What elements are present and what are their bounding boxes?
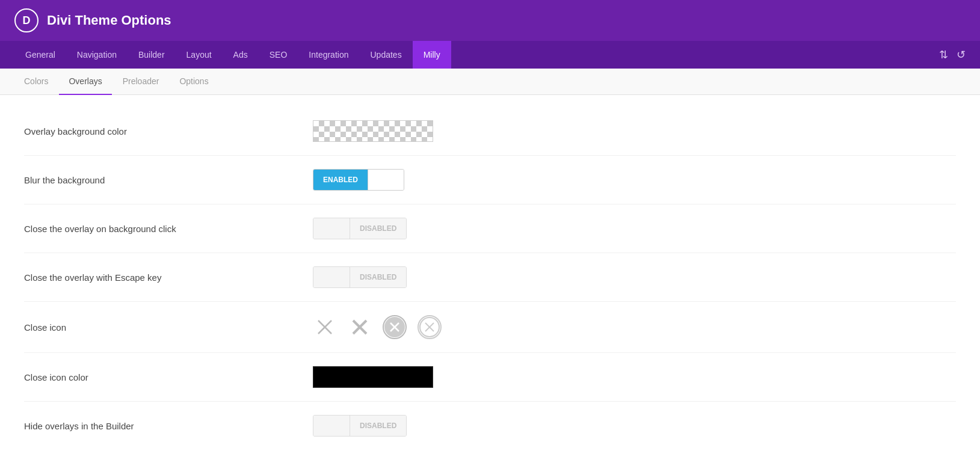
reset-button[interactable]: ↺ (957, 48, 966, 61)
toggle-disabled-label-hide-overlays[interactable]: DISABLED (350, 415, 406, 437)
toggle-hide-overlays[interactable]: DISABLED (313, 415, 407, 437)
control-blur-background: ENABLED (313, 169, 404, 191)
nav-tab-integration[interactable]: Integration (298, 41, 359, 69)
label-close-icon-color: Close icon color (24, 372, 313, 382)
toggle-close-on-bg-click[interactable]: DISABLED (313, 218, 407, 239)
label-overlay-bg-color: Overlay background color (24, 126, 313, 136)
label-close-on-bg-click: Close the overlay on background click (24, 224, 313, 234)
control-close-icon (313, 315, 442, 339)
nav-tab-general[interactable]: General (14, 41, 66, 69)
setting-close-icon: Close icon (24, 302, 956, 353)
color-picker-black[interactable] (313, 366, 433, 388)
nav-tab-milly[interactable]: Milly (413, 41, 451, 69)
toggle-input-escape[interactable] (313, 266, 350, 288)
close-icon-option-2[interactable] (348, 315, 372, 339)
setting-blur-background: Blur the background ENABLED (24, 156, 956, 204)
nav-tab-seo[interactable]: SEO (259, 41, 298, 69)
toggle-blur-background[interactable]: ENABLED (313, 169, 404, 191)
sub-tabs: Colors Overlays Preloader Options (0, 69, 980, 95)
nav-tab-builder[interactable]: Builder (128, 41, 176, 69)
nav-actions: ⇅ ↺ (939, 48, 966, 61)
sub-tab-colors[interactable]: Colors (14, 69, 58, 95)
content-area: Overlay background color Blur the backgr… (0, 95, 980, 457)
setting-close-icon-color: Close icon color (24, 353, 956, 402)
nav-tab-layout[interactable]: Layout (176, 41, 223, 69)
sort-button[interactable]: ⇅ (939, 48, 948, 61)
setting-overlay-bg-color: Overlay background color (24, 107, 956, 156)
nav-tabs: General Navigation Builder Layout Ads SE… (0, 41, 980, 69)
toggle-input-blur[interactable] (368, 169, 404, 191)
toggle-close-escape[interactable]: DISABLED (313, 266, 407, 288)
control-close-escape-key: DISABLED (313, 266, 407, 288)
control-overlay-bg-color (313, 120, 433, 142)
close-icon-option-3[interactable] (383, 315, 407, 339)
sub-tab-options[interactable]: Options (170, 69, 218, 95)
color-picker-transparent[interactable] (313, 120, 433, 142)
setting-hide-overlays-builder: Hide overlays in the Builder DISABLED (24, 402, 956, 450)
close-icon-options (313, 315, 442, 339)
nav-tab-navigation[interactable]: Navigation (66, 41, 128, 69)
logo: D (14, 8, 39, 32)
control-close-icon-color (313, 366, 433, 388)
nav-tab-updates[interactable]: Updates (359, 41, 412, 69)
label-close-escape-key: Close the overlay with Escape key (24, 272, 313, 283)
toggle-input-close-bg[interactable] (313, 218, 350, 239)
close-icon-option-4[interactable] (418, 315, 442, 339)
toggle-disabled-label-escape[interactable]: DISABLED (350, 266, 406, 288)
header: D Divi Theme Options (0, 0, 980, 41)
setting-close-on-bg-click: Close the overlay on background click DI… (24, 204, 956, 253)
toggle-disabled-label-close-bg[interactable]: DISABLED (350, 218, 406, 239)
sub-tab-preloader[interactable]: Preloader (113, 69, 169, 95)
setting-close-escape-key: Close the overlay with Escape key DISABL… (24, 253, 956, 302)
label-blur-background: Blur the background (24, 175, 313, 185)
sub-tab-overlays[interactable]: Overlays (59, 69, 111, 95)
app-title: Divi Theme Options (47, 13, 171, 28)
toggle-enabled-label[interactable]: ENABLED (313, 169, 368, 191)
nav-tab-ads[interactable]: Ads (223, 41, 259, 69)
toggle-input-hide-overlays[interactable] (313, 415, 350, 437)
label-hide-overlays-builder: Hide overlays in the Builder (24, 421, 313, 431)
control-close-on-bg-click: DISABLED (313, 218, 407, 239)
label-close-icon: Close icon (24, 322, 313, 333)
close-icon-option-1[interactable] (313, 315, 337, 339)
control-hide-overlays-builder: DISABLED (313, 415, 407, 437)
